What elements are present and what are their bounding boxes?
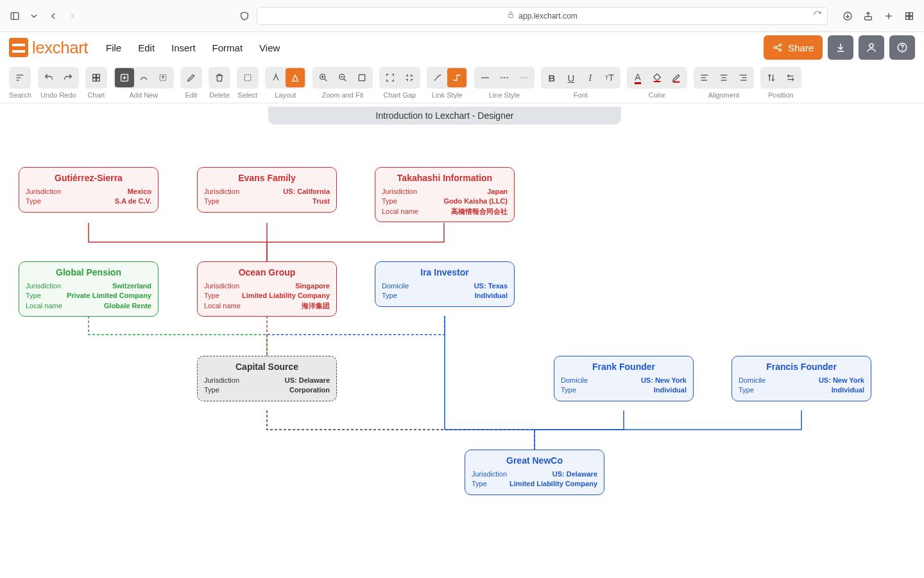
field-value: Limited Liability Company [509,479,597,489]
position-front-button[interactable] [762,68,781,87]
chart-title[interactable]: Introduction to Lexchart - Designer [268,107,621,125]
node-takahashi[interactable]: Takahashi Information JurisdictionJapan … [375,167,515,222]
download-icon [835,42,846,53]
fontsize-button[interactable]: TT [600,68,619,87]
delete-button[interactable] [210,68,229,87]
download-icon[interactable] [841,9,855,23]
forward-icon[interactable] [65,9,80,23]
tabs-icon[interactable] [902,9,916,23]
plus-icon[interactable] [882,9,896,23]
logo[interactable]: lexchart [9,38,88,58]
zoom-out-button[interactable] [333,68,352,87]
link-ortho-button[interactable] [447,68,466,87]
fill-color-button[interactable] [647,68,667,87]
back-icon[interactable] [46,9,60,23]
align-center-button[interactable] [714,68,733,87]
align-right-button[interactable] [733,68,753,87]
node-global-pension[interactable]: Global Pension JurisdictionSwitzerland T… [19,261,158,317]
layout-manual-button[interactable] [286,68,305,87]
field-value: S.A de C.V. [115,197,151,206]
italic-button[interactable]: I [581,68,600,87]
menu-view[interactable]: View [259,42,280,53]
zoom-fit-button[interactable] [352,68,372,87]
share-nodes-icon [773,42,783,53]
canvas[interactable]: Introduction to Lexchart - Designer [0,103,924,572]
field-value: Individual [832,385,864,395]
field-label: Domicile [382,281,409,291]
tool-label-chart: Chart [87,91,105,99]
undo-button[interactable] [39,68,58,87]
tool-group-search: Search [9,67,31,99]
tool-label-linestyle: Line Style [489,91,520,99]
zoom-in-button[interactable] [314,68,333,87]
svg-rect-0 [11,12,19,19]
position-back-button[interactable] [781,68,800,87]
redo-button[interactable] [58,68,78,87]
shield-icon[interactable] [237,9,252,23]
line-dotted-button[interactable] [514,68,533,87]
menu-edit[interactable]: Edit [138,42,155,53]
logo-text: lexchart [32,38,88,58]
add-link-button[interactable] [134,68,153,87]
share-button[interactable]: Share [764,35,823,60]
tool-group-align: Alignment [694,67,754,99]
line-solid-button[interactable] [475,68,495,87]
node-francis-founder[interactable]: Francis Founder DomicileUS: New York Typ… [732,356,871,401]
svg-rect-36 [244,74,250,80]
account-button[interactable] [859,35,884,60]
node-great-newco[interactable]: Great NewCo JurisdictionUS: Delaware Typ… [465,450,604,495]
text-color-button[interactable]: A [628,68,647,87]
field-value: Individual [475,291,508,301]
chevron-down-icon[interactable] [27,9,41,23]
node-ocean-group[interactable]: Ocean Group JurisdictionSingapore TypeLi… [197,261,337,317]
edit-button[interactable] [182,68,201,87]
link-curve-button[interactable] [428,68,447,87]
browser-chrome: app.lexchart.com [0,0,924,32]
menu-format[interactable]: Format [212,42,243,53]
node-title: Ocean Group [204,267,330,277]
gap-contract-button[interactable] [400,68,419,87]
logo-mark-icon [9,38,28,57]
gap-expand-button[interactable] [381,68,400,87]
add-text-button[interactable] [153,68,173,87]
field-value: 海洋集团 [302,301,330,311]
field-label: Jurisdiction [204,187,239,197]
menu-file[interactable]: File [106,42,121,53]
field-label: Type [382,197,397,206]
align-left-button[interactable] [695,68,714,87]
search-button[interactable] [10,68,30,87]
share-icon[interactable] [861,9,875,23]
underline-button[interactable]: U [561,68,581,87]
line-dashed-button[interactable] [495,68,514,87]
field-label: Local name [204,301,241,311]
tool-group-linkstyle: Link Style [427,67,468,99]
node-gutierrez[interactable]: Gutiérrez-Sierra JurisdictionMexico Type… [19,167,158,213]
sidebar-toggle-icon[interactable] [8,9,22,23]
tool-label-search: Search [9,91,31,99]
help-button[interactable] [889,35,915,60]
svg-line-44 [344,79,346,81]
address-bar[interactable]: app.lexchart.com [257,7,828,25]
url-text: app.lexchart.com [518,12,577,21]
field-label: Domicile [739,376,766,385]
add-box-button[interactable] [115,68,134,87]
menu-insert[interactable]: Insert [171,42,196,53]
border-color-button[interactable] [667,68,686,87]
svg-line-16 [776,48,779,50]
node-evans[interactable]: Evans Family JurisdictionUS: California … [197,167,337,213]
node-capital-source[interactable]: Capital Source JurisdictionUS: Delaware … [197,356,337,401]
tool-group-undo: Undo Redo [38,67,79,99]
node-ira-investor[interactable]: Ira Investor DomicileUS: Texas TypeIndiv… [375,261,515,307]
bold-button[interactable]: B [542,68,561,87]
download-button[interactable] [828,35,853,60]
layout-auto-button[interactable] [266,68,286,87]
reload-icon[interactable] [813,10,822,21]
field-value: Singapore [295,281,330,291]
tool-label-zoom: Zoom and Fit [321,91,363,99]
select-button[interactable] [238,68,257,87]
node-title: Gutiérrez-Sierra [26,173,151,183]
svg-rect-26 [97,74,100,78]
field-label: Jurisdiction [26,281,61,291]
chart-button[interactable] [87,68,106,87]
node-frank-founder[interactable]: Frank Founder DomicileUS: New York TypeI… [554,356,694,401]
